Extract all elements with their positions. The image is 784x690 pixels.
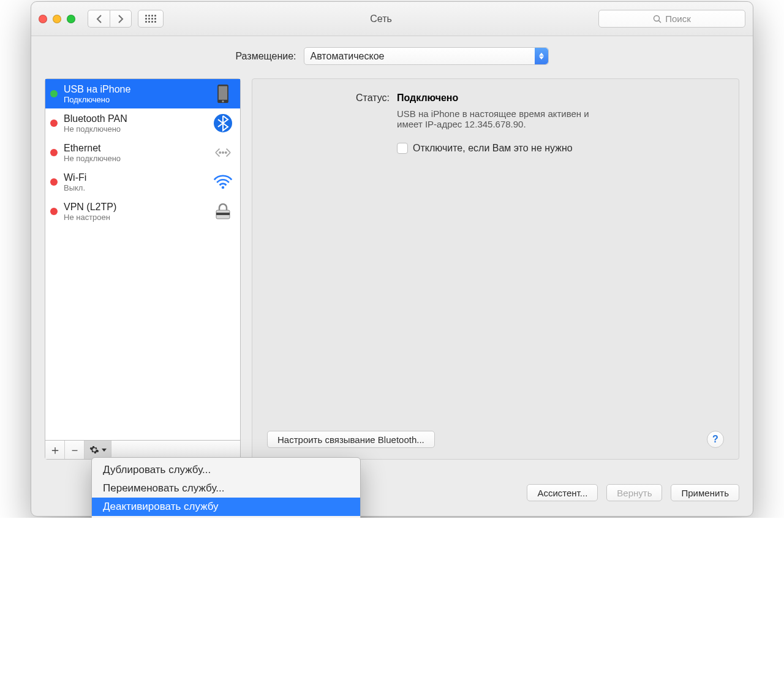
back-button[interactable] bbox=[88, 10, 110, 28]
gear-menu-button[interactable] bbox=[85, 441, 111, 459]
remove-service-button[interactable]: － bbox=[65, 441, 85, 459]
status-dot bbox=[50, 90, 58, 97]
service-status-text: Не подключено bbox=[64, 124, 206, 134]
service-item[interactable]: EthernetНе подключено bbox=[45, 138, 240, 167]
titlebar: Сеть Поиск bbox=[31, 2, 753, 36]
maximize-window-button[interactable] bbox=[67, 15, 75, 23]
svg-line-1 bbox=[659, 20, 662, 23]
svg-point-8 bbox=[225, 151, 227, 154]
configure-bluetooth-button[interactable]: Настроить связывание Bluetooth... bbox=[267, 431, 435, 448]
status-dot bbox=[50, 178, 58, 186]
service-name: USB на iPhone bbox=[64, 84, 206, 95]
gear-icon bbox=[89, 445, 99, 455]
disable-checkbox[interactable] bbox=[397, 143, 408, 154]
search-placeholder: Поиск bbox=[665, 13, 691, 24]
apply-button[interactable]: Применить bbox=[671, 484, 739, 501]
menu-item[interactable]: Дублировать службу... bbox=[92, 461, 360, 479]
vpn-icon bbox=[212, 200, 234, 222]
sidebar-footer: ＋ － bbox=[45, 441, 240, 459]
bluetooth-icon bbox=[212, 112, 234, 134]
svg-point-9 bbox=[222, 186, 224, 189]
status-dot bbox=[50, 208, 58, 215]
network-prefs-window: Сеть Поиск Размещение: Автоматическое US… bbox=[31, 1, 753, 517]
service-status-text: Подключено bbox=[64, 95, 206, 104]
ethernet-icon bbox=[212, 142, 234, 164]
service-name: Ethernet bbox=[64, 143, 206, 154]
location-row: Размещение: Автоматическое bbox=[45, 47, 739, 65]
chevron-right-icon bbox=[118, 15, 124, 23]
nav-back-forward bbox=[88, 10, 132, 28]
service-name: Bluetooth PAN bbox=[64, 113, 206, 124]
window-title: Сеть bbox=[170, 13, 592, 25]
status-description: USB на iPhone в настоящее время активен … bbox=[267, 108, 598, 129]
close-window-button[interactable] bbox=[39, 15, 47, 23]
service-item[interactable]: VPN (L2TP)Не настроен bbox=[45, 197, 240, 226]
services-list[interactable]: USB на iPhoneПодключеноBluetooth PANНе п… bbox=[45, 79, 240, 441]
status-dot bbox=[50, 119, 58, 127]
service-name: Wi-Fi bbox=[64, 172, 206, 183]
detail-panel: Статус: Подключено USB на iPhone в насто… bbox=[252, 78, 739, 460]
service-item[interactable]: USB на iPhoneПодключено bbox=[45, 79, 240, 108]
forward-button[interactable] bbox=[110, 10, 132, 28]
service-name: VPN (L2TP) bbox=[64, 202, 206, 213]
search-icon bbox=[653, 15, 662, 23]
disable-checkbox-row: Отключите, если Вам это не нужно bbox=[267, 143, 724, 154]
location-value: Автоматическое bbox=[311, 51, 385, 62]
svg-point-4 bbox=[222, 100, 224, 102]
iphone-icon bbox=[212, 83, 234, 105]
help-button[interactable]: ? bbox=[707, 431, 724, 448]
svg-point-0 bbox=[654, 15, 660, 21]
service-status-text: Не настроен bbox=[64, 213, 206, 222]
disable-checkbox-label: Отключите, если Вам это не нужно bbox=[413, 143, 573, 154]
content-area: Размещение: Автоматическое USB на iPhone… bbox=[31, 36, 753, 473]
search-field[interactable]: Поиск bbox=[598, 10, 745, 28]
wifi-icon bbox=[212, 171, 234, 193]
svg-rect-3 bbox=[219, 86, 227, 100]
service-item[interactable]: Wi-FiВыкл. bbox=[45, 167, 240, 197]
status-dot bbox=[50, 149, 58, 156]
status-value: Подключено bbox=[397, 93, 458, 104]
minimize-window-button[interactable] bbox=[53, 15, 61, 23]
location-popup[interactable]: Автоматическое bbox=[304, 47, 549, 65]
service-status-text: Выкл. bbox=[64, 183, 206, 192]
menu-item[interactable]: Переименовать службу... bbox=[92, 479, 360, 498]
revert-button[interactable]: Вернуть bbox=[606, 484, 662, 501]
svg-point-6 bbox=[219, 151, 221, 154]
status-label: Статус: bbox=[341, 93, 390, 104]
chevron-down-icon bbox=[102, 449, 107, 452]
menu-item[interactable]: Деактивировать службу bbox=[92, 498, 360, 516]
popup-stepper-icon bbox=[535, 48, 548, 64]
all-prefs-button[interactable] bbox=[138, 10, 164, 28]
location-label: Размещение: bbox=[235, 51, 296, 62]
gear-context-menu: Дублировать службу...Переименовать служб… bbox=[91, 457, 361, 518]
grid-icon bbox=[145, 15, 156, 23]
traffic-lights bbox=[39, 15, 75, 23]
svg-rect-11 bbox=[216, 213, 230, 215]
svg-point-7 bbox=[222, 151, 224, 154]
assistant-button[interactable]: Ассистент... bbox=[527, 484, 598, 501]
add-service-button[interactable]: ＋ bbox=[45, 441, 65, 459]
chevron-left-icon bbox=[96, 15, 102, 23]
service-item[interactable]: Bluetooth PANНе подключено bbox=[45, 108, 240, 138]
service-status-text: Не подключено bbox=[64, 154, 206, 163]
services-sidebar: USB на iPhoneПодключеноBluetooth PANНе п… bbox=[45, 78, 241, 460]
